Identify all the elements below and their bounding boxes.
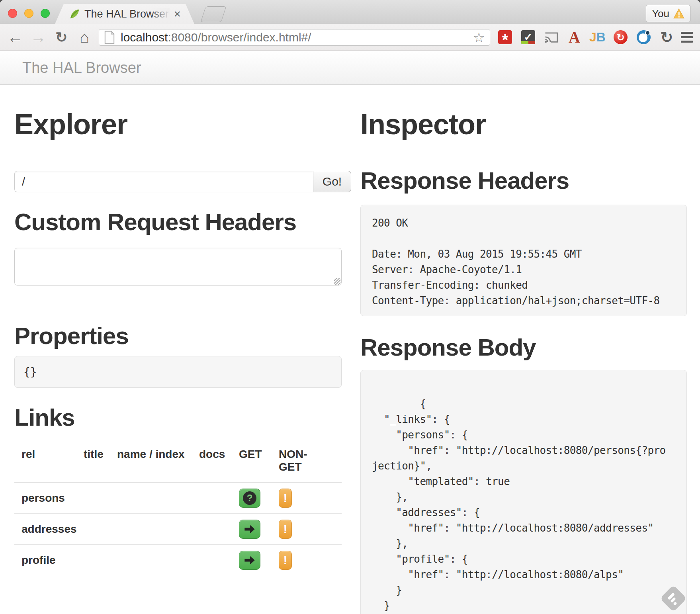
address-bar[interactable]: localhost:8080/browser/index.html#/ ☆	[99, 29, 490, 46]
response-headers-title: Response Headers	[360, 167, 687, 194]
col-docs: docs	[199, 448, 239, 473]
col-rel: rel	[14, 448, 84, 473]
exclamation-icon: !	[284, 553, 287, 567]
inspector-title: Inspector	[360, 108, 687, 141]
arrow-right-icon	[244, 555, 256, 565]
new-tab-button[interactable]	[201, 6, 227, 22]
response-body-json: { "_links": { "persons": { "href": "http…	[372, 398, 666, 614]
resource-path-input[interactable]	[14, 171, 313, 192]
get-button[interactable]: ?	[239, 489, 260, 508]
non-get-button[interactable]: !	[279, 489, 292, 508]
custom-headers-title: Custom Request Headers	[14, 208, 351, 236]
explorer-column: Explorer Go! Custom Request Headers Prop…	[14, 85, 351, 576]
links-table-header: rel title name / index docs GET NON-GET	[14, 442, 342, 483]
profile-you-button[interactable]: You	[646, 5, 690, 22]
link-rel-label: profile	[22, 554, 56, 566]
table-row: profile ? !	[14, 545, 342, 576]
inspector-column: Inspector Response Headers 200 OK Date: …	[360, 85, 687, 614]
close-window-button[interactable]	[8, 9, 17, 18]
col-name-index: name / index	[117, 448, 199, 473]
url-host: localhost	[121, 31, 168, 44]
back-icon[interactable]: ←	[6, 28, 24, 46]
col-get: GET	[239, 448, 279, 473]
checker-extension-icon[interactable]: ✓	[521, 30, 535, 44]
window-controls	[8, 9, 50, 18]
response-headers-box: 200 OK Date: Mon, 03 Aug 2015 19:55:45 G…	[360, 205, 687, 316]
home-icon[interactable]: ⌂	[76, 28, 93, 46]
exclamation-icon: !	[284, 522, 287, 536]
url-path: :8080/browser/index.html#/	[168, 31, 311, 44]
link-rel-label: persons	[22, 492, 65, 504]
go-button[interactable]: Go!	[313, 171, 351, 192]
annotator-extension-icon[interactable]: A	[567, 30, 581, 44]
link-rel-label: addresses	[22, 523, 77, 535]
jb-b: B	[596, 30, 606, 45]
exclamation-icon: !	[284, 491, 287, 504]
cast-extension-icon[interactable]	[544, 30, 558, 44]
profile-you-label: You	[652, 8, 669, 20]
jb-j: J	[589, 30, 596, 45]
non-get-button[interactable]: !	[279, 551, 292, 570]
browser-toolbar: ← → ↻ ⌂ localhost:8080/browser/index.htm…	[0, 24, 700, 51]
custom-headers-wrap	[14, 236, 342, 287]
zoom-window-button[interactable]	[41, 9, 50, 18]
col-non-get: NON-GET	[279, 448, 327, 473]
page-content: Explorer Go! Custom Request Headers Prop…	[0, 85, 700, 614]
question-icon: ?	[243, 491, 256, 505]
browser-tab[interactable]: The HAL Browser (customiz ×	[55, 4, 194, 24]
site-navbar: The HAL Browser	[0, 51, 700, 85]
non-get-button[interactable]: !	[279, 520, 292, 539]
custom-headers-textarea[interactable]	[14, 248, 342, 285]
url-text: localhost:8080/browser/index.html#/	[121, 31, 473, 44]
tab-strip: The HAL Browser (customiz × You	[0, 0, 700, 24]
links-table: rel title name / index docs GET NON-GET …	[14, 442, 342, 576]
browser-window: The HAL Browser (customiz × You ← → ↻ ⌂	[0, 0, 700, 614]
links-table-body: persons ? ! addresses ?	[14, 483, 342, 576]
minimize-window-button[interactable]	[24, 9, 33, 18]
forward-icon[interactable]: →	[29, 28, 47, 46]
bookmark-star-icon[interactable]: ☆	[473, 29, 485, 45]
page-icon	[104, 31, 115, 44]
table-row: addresses ? !	[14, 514, 342, 545]
tab-close-icon[interactable]: ×	[174, 8, 181, 20]
col-title: title	[84, 448, 117, 473]
refresh-extension-icon[interactable]: ↻	[614, 30, 628, 44]
navigation-buttons: ← → ↻ ⌂	[0, 28, 99, 46]
properties-title: Properties	[14, 322, 351, 350]
spring-leaf-favicon	[68, 8, 80, 20]
tab-title: The HAL Browser (customiz	[84, 8, 170, 20]
chrome-menu-icon[interactable]	[680, 32, 700, 43]
explorer-title: Explorer	[14, 108, 351, 141]
feedly-watermark-icon	[656, 581, 690, 614]
get-button[interactable]: ?	[239, 551, 260, 570]
resize-grip-icon[interactable]	[334, 278, 340, 285]
address-input-group: Go!	[14, 171, 351, 192]
arrow-right-icon	[244, 524, 256, 534]
jetbrains-extension-icon[interactable]: JB	[591, 30, 604, 44]
properties-value: {}	[14, 356, 342, 388]
table-row: persons ? !	[14, 483, 342, 514]
extension-icons: * ✓ A JB ↻ ↻	[490, 30, 680, 44]
response-body-box: { "_links": { "persons": { "href": "http…	[360, 370, 687, 614]
sync-extension-icon[interactable]: ↻	[660, 30, 674, 44]
response-body-title: Response Body	[360, 334, 687, 361]
links-title: Links	[14, 404, 351, 431]
get-button[interactable]: ?	[239, 520, 260, 539]
lastpass-extension-icon[interactable]: *	[498, 30, 512, 44]
site-brand-link[interactable]: The HAL Browser	[0, 59, 141, 76]
reload-icon[interactable]: ↻	[53, 29, 70, 46]
blue-extension-icon[interactable]	[637, 30, 651, 44]
warning-icon	[673, 8, 684, 19]
